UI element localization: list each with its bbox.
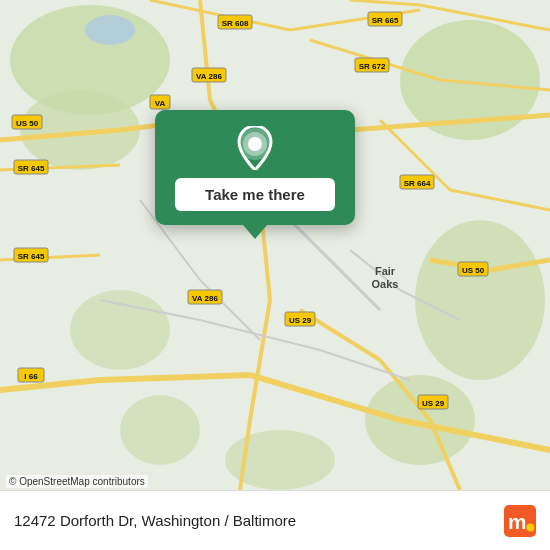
svg-text:VA 286: VA 286 xyxy=(192,294,218,303)
svg-text:I 66: I 66 xyxy=(24,372,38,381)
moovit-logo: m xyxy=(504,505,536,537)
address-label: 12472 Dorforth Dr, Washington / Baltimor… xyxy=(14,512,504,529)
svg-point-82 xyxy=(248,137,262,151)
svg-point-9 xyxy=(85,15,135,45)
svg-text:US 50: US 50 xyxy=(462,266,485,275)
svg-text:m: m xyxy=(508,510,527,533)
bottom-bar: 12472 Dorforth Dr, Washington / Baltimor… xyxy=(0,490,550,550)
map-popup: Take me there xyxy=(155,110,355,225)
svg-point-85 xyxy=(526,523,534,531)
svg-text:SR 665: SR 665 xyxy=(372,16,399,25)
take-me-there-button[interactable]: Take me there xyxy=(175,178,335,211)
svg-text:VA 286: VA 286 xyxy=(196,72,222,81)
svg-text:SR 645: SR 645 xyxy=(18,252,45,261)
svg-point-8 xyxy=(365,375,475,465)
map-svg: Fair Oaks VA 286 SR 608 SR 665 SR 672 US… xyxy=(0,0,550,490)
svg-text:Oaks: Oaks xyxy=(372,278,399,290)
svg-text:US 29: US 29 xyxy=(422,399,445,408)
svg-text:US 29: US 29 xyxy=(289,316,312,325)
svg-point-5 xyxy=(70,290,170,370)
map-attribution: © OpenStreetMap contributors xyxy=(6,475,148,488)
svg-point-4 xyxy=(415,220,545,380)
svg-text:Fair: Fair xyxy=(375,265,396,277)
moovit-icon: m xyxy=(504,505,536,537)
svg-text:VA: VA xyxy=(155,99,166,108)
location-pin-icon xyxy=(233,126,277,170)
svg-text:SR 645: SR 645 xyxy=(18,164,45,173)
svg-text:US 50: US 50 xyxy=(16,119,39,128)
svg-text:SR 672: SR 672 xyxy=(359,62,386,71)
svg-text:SR 664: SR 664 xyxy=(404,179,431,188)
svg-text:SR 608: SR 608 xyxy=(222,19,249,28)
svg-point-6 xyxy=(120,395,200,465)
map-container: Fair Oaks VA 286 SR 608 SR 665 SR 672 US… xyxy=(0,0,550,490)
